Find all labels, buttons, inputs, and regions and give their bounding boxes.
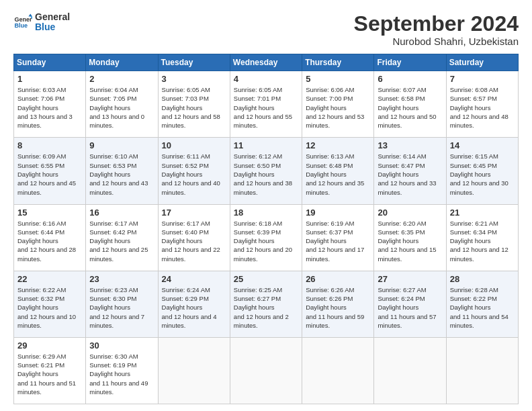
day-number: 10 [162,140,226,150]
day-number: 3 [162,74,226,84]
day-number: 5 [306,74,370,84]
day-number: 24 [162,274,226,284]
calendar-cell [158,337,230,404]
day-info: Sunrise: 6:04 AMSunset: 7:05 PMDaylight … [89,85,154,130]
calendar-cell: 11Sunrise: 6:12 AMSunset: 6:50 PMDayligh… [230,138,302,204]
day-info: Sunrise: 6:30 AMSunset: 6:19 PMDaylight … [89,352,154,396]
calendar-cell [446,337,518,404]
day-info: Sunrise: 6:07 AMSunset: 6:58 PMDaylight … [378,85,442,130]
day-info: Sunrise: 6:09 AMSunset: 6:55 PMDaylight … [17,152,82,196]
day-number: 29 [17,340,82,351]
week-row-4: 22Sunrise: 6:22 AMSunset: 6:32 PMDayligh… [14,271,519,337]
day-number: 14 [450,140,515,150]
calendar-cell: 14Sunrise: 6:15 AMSunset: 6:45 PMDayligh… [446,138,518,204]
day-info: Sunrise: 6:29 AMSunset: 6:21 PMDaylight … [17,352,82,396]
header-saturday: Saturday [446,54,518,71]
logo-text-blue: Blue [35,22,70,32]
day-number: 13 [378,140,442,150]
calendar-cell: 21Sunrise: 6:21 AMSunset: 6:34 PMDayligh… [446,204,518,271]
day-info: Sunrise: 6:03 AMSunset: 7:06 PMDaylight … [17,85,82,130]
header-tuesday: Tuesday [158,54,230,71]
day-info: Sunrise: 6:17 AMSunset: 6:40 PMDaylight … [162,219,226,263]
day-info: Sunrise: 6:26 AMSunset: 6:26 PMDaylight … [306,285,370,330]
calendar-cell: 8Sunrise: 6:09 AMSunset: 6:55 PMDaylight… [14,138,86,204]
day-info: Sunrise: 6:19 AMSunset: 6:37 PMDaylight … [306,219,370,263]
day-info: Sunrise: 6:21 AMSunset: 6:34 PMDaylight … [450,219,515,263]
calendar-cell: 25Sunrise: 6:25 AMSunset: 6:27 PMDayligh… [230,271,302,337]
header-sunday: Sunday [14,54,86,71]
calendar-cell: 29Sunrise: 6:29 AMSunset: 6:21 PMDayligh… [14,337,86,404]
calendar-cell: 3Sunrise: 6:05 AMSunset: 7:03 PMDaylight… [158,71,230,138]
logo-text-general: General [35,12,70,22]
day-number: 1 [17,74,82,84]
day-info: Sunrise: 6:05 AMSunset: 7:01 PMDaylight … [234,85,298,130]
week-row-1: 1Sunrise: 6:03 AMSunset: 7:06 PMDaylight… [14,71,519,138]
calendar-cell [230,337,302,404]
day-info: Sunrise: 6:08 AMSunset: 6:57 PMDaylight … [450,85,515,130]
calendar-cell: 20Sunrise: 6:20 AMSunset: 6:35 PMDayligh… [374,204,446,271]
day-info: Sunrise: 6:17 AMSunset: 6:42 PMDaylight … [89,219,154,263]
day-number: 6 [378,74,442,84]
logo-icon: General Blue [13,13,32,32]
svg-text:Blue: Blue [14,23,28,30]
calendar-cell: 10Sunrise: 6:11 AMSunset: 6:52 PMDayligh… [158,138,230,204]
calendar-cell: 5Sunrise: 6:06 AMSunset: 7:00 PMDaylight… [302,71,374,138]
day-info: Sunrise: 6:12 AMSunset: 6:50 PMDaylight … [234,152,298,196]
day-number: 2 [89,74,154,84]
day-info: Sunrise: 6:10 AMSunset: 6:53 PMDaylight … [89,152,154,196]
day-info: Sunrise: 6:05 AMSunset: 7:03 PMDaylight … [162,85,226,130]
calendar-cell: 9Sunrise: 6:10 AMSunset: 6:53 PMDaylight… [86,138,158,204]
calendar-cell: 24Sunrise: 6:24 AMSunset: 6:29 PMDayligh… [158,271,230,337]
day-number: 22 [17,274,82,284]
svg-text:General: General [14,16,32,23]
page: General Blue General Blue September 2024… [0,0,532,411]
calendar-cell [302,337,374,404]
day-info: Sunrise: 6:23 AMSunset: 6:30 PMDaylight … [89,285,154,330]
location: Nurobod Shahri, Uzbekistan [354,36,519,47]
calendar-cell: 2Sunrise: 6:04 AMSunset: 7:05 PMDaylight… [86,71,158,138]
calendar-cell [374,337,446,404]
calendar-header-row: SundayMondayTuesdayWednesdayThursdayFrid… [14,54,519,71]
calendar-cell: 17Sunrise: 6:17 AMSunset: 6:40 PMDayligh… [158,204,230,271]
calendar-cell: 19Sunrise: 6:19 AMSunset: 6:37 PMDayligh… [302,204,374,271]
calendar-cell: 13Sunrise: 6:14 AMSunset: 6:47 PMDayligh… [374,138,446,204]
calendar-cell: 12Sunrise: 6:13 AMSunset: 6:48 PMDayligh… [302,138,374,204]
day-number: 16 [89,208,154,218]
day-info: Sunrise: 6:15 AMSunset: 6:45 PMDaylight … [450,152,515,196]
calendar-cell: 18Sunrise: 6:18 AMSunset: 6:39 PMDayligh… [230,204,302,271]
day-info: Sunrise: 6:13 AMSunset: 6:48 PMDaylight … [306,152,370,196]
header-wednesday: Wednesday [230,54,302,71]
calendar-cell: 28Sunrise: 6:28 AMSunset: 6:22 PMDayligh… [446,271,518,337]
day-info: Sunrise: 6:16 AMSunset: 6:44 PMDaylight … [17,219,82,263]
day-number: 7 [450,74,515,84]
day-number: 9 [89,140,154,150]
calendar-cell: 16Sunrise: 6:17 AMSunset: 6:42 PMDayligh… [86,204,158,271]
day-number: 18 [234,208,298,218]
day-number: 19 [306,208,370,218]
week-row-2: 8Sunrise: 6:09 AMSunset: 6:55 PMDaylight… [14,138,519,204]
week-row-3: 15Sunrise: 6:16 AMSunset: 6:44 PMDayligh… [14,204,519,271]
day-number: 28 [450,274,515,284]
calendar-cell: 4Sunrise: 6:05 AMSunset: 7:01 PMDaylight… [230,71,302,138]
day-number: 4 [234,74,298,84]
month-title: September 2024 [354,12,519,36]
day-number: 25 [234,274,298,284]
day-info: Sunrise: 6:24 AMSunset: 6:29 PMDaylight … [162,285,226,330]
day-number: 20 [378,208,442,218]
day-number: 23 [89,274,154,284]
day-number: 26 [306,274,370,284]
week-row-5: 29Sunrise: 6:29 AMSunset: 6:21 PMDayligh… [14,337,519,404]
header-thursday: Thursday [302,54,374,71]
day-number: 21 [450,208,515,218]
calendar-cell: 27Sunrise: 6:27 AMSunset: 6:24 PMDayligh… [374,271,446,337]
day-info: Sunrise: 6:11 AMSunset: 6:52 PMDaylight … [162,152,226,196]
calendar-cell: 6Sunrise: 6:07 AMSunset: 6:58 PMDaylight… [374,71,446,138]
calendar-cell: 15Sunrise: 6:16 AMSunset: 6:44 PMDayligh… [14,204,86,271]
day-info: Sunrise: 6:28 AMSunset: 6:22 PMDaylight … [450,285,515,330]
header: General Blue General Blue September 2024… [13,12,519,47]
day-number: 15 [17,208,82,218]
day-number: 17 [162,208,226,218]
calendar-cell: 23Sunrise: 6:23 AMSunset: 6:30 PMDayligh… [86,271,158,337]
calendar-cell: 30Sunrise: 6:30 AMSunset: 6:19 PMDayligh… [86,337,158,404]
day-info: Sunrise: 6:18 AMSunset: 6:39 PMDaylight … [234,219,298,263]
